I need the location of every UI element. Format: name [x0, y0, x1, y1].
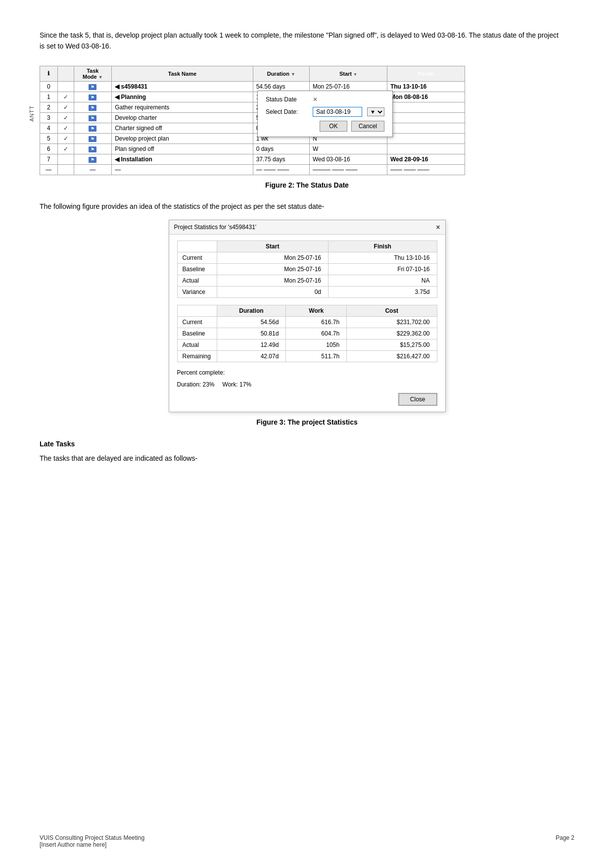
- row-id: 2: [40, 102, 58, 112]
- figure3-caption: Figure 3: The project Statistics: [40, 418, 574, 426]
- table-row: 4 ✓ ⚑ Charter signed off 0 days N Status…: [40, 123, 465, 133]
- stats-baseline-finish: Fri 07-10-16: [329, 264, 437, 275]
- date-input[interactable]: [313, 107, 362, 117]
- row-id: 7: [40, 154, 58, 164]
- mode-flag-icon: ⚑: [89, 157, 96, 163]
- dialog-buttons: OK Cancel: [266, 121, 384, 132]
- col-header-finish[interactable]: Finish: [387, 66, 465, 81]
- stats-actual-start: Mon 25-07-16: [217, 275, 329, 287]
- stats-col-header-cost: Cost: [347, 305, 437, 317]
- percent-values-row: Duration: 23% Work: 17%: [177, 381, 437, 388]
- percent-complete-label: Percent complete:: [177, 369, 225, 376]
- row-id: 1: [40, 92, 58, 102]
- col-header-info: ℹ: [40, 66, 58, 81]
- ok-button[interactable]: OK: [320, 121, 347, 132]
- close-icon[interactable]: ✕: [313, 96, 318, 103]
- stats-close-icon[interactable]: ×: [436, 223, 440, 231]
- project-statistics-dialog: Project Statistics for 's4598431' × Star…: [169, 220, 446, 412]
- late-tasks-paragraph: The tasks that are delayed are indicated…: [40, 453, 559, 464]
- stats-current-finish: Thu 13-10-16: [329, 252, 437, 264]
- dialog-select-date-row: Select Date: ▼: [266, 107, 384, 117]
- close-stats-button[interactable]: Close: [398, 393, 437, 406]
- stats-bottom-row-baseline: Baseline 50.81d 604.7h $229,362.00: [177, 328, 437, 339]
- stats-row-variance: Variance 0d 3.75d: [177, 287, 437, 298]
- stats-b-label-current: Current: [177, 317, 217, 328]
- row-check: ✓: [57, 102, 74, 112]
- table-row: 3 ✓ ⚑ Develop charter 5 hrs M: [40, 112, 465, 123]
- row-id: 0: [40, 81, 58, 92]
- row-mode: ⚑: [74, 81, 112, 92]
- stats-baseline-start: Mon 25-07-16: [217, 264, 329, 275]
- row-finish: Thu 13-10-16: [387, 81, 465, 92]
- table-row: — — — — —— —— ——— —— —— —— —— ——: [40, 164, 465, 175]
- table-row: 5 ✓ ⚑ Develop project plan 1 wk N: [40, 133, 465, 144]
- stats-b-baseline-cost: $229,362.00: [347, 328, 437, 339]
- row-duration: 37.75 days: [253, 154, 309, 164]
- stats-b-baseline-duration: 50.81d: [217, 328, 286, 339]
- date-dropdown[interactable]: ▼: [367, 107, 384, 116]
- gantt-section: ANTT ℹ TaskMode ▼ Task Name Duration ▼ S…: [40, 66, 574, 175]
- row-taskname: ◀ Installation: [112, 154, 253, 164]
- row-taskname: Plan signed off: [112, 144, 253, 154]
- stats-dialog-title: Project Statistics for 's4598431': [174, 224, 257, 231]
- col-header-start[interactable]: Start ▼: [309, 66, 387, 81]
- table-row: 1 ✓ ⚑ ◀ Planning 10 days Mon 25-07-16 Mo…: [40, 92, 465, 102]
- stats-b-actual-duration: 12.49d: [217, 339, 286, 351]
- intro-paragraph: Since the task 5, that is, develop proje…: [40, 30, 559, 52]
- stats-b-remaining-cost: $216,427.00: [347, 351, 437, 362]
- stats-top-table: Start Finish Current Mon 25-07-16 Thu 13…: [177, 241, 437, 298]
- stats-bottom-row-current: Current 54.56d 616.7h $231,702.00: [177, 317, 437, 328]
- row-finish: —— —— ——: [387, 164, 465, 175]
- row-finish: [387, 133, 465, 144]
- row-finish: Status Date ✕ Select Date: ▼ OK: [387, 123, 465, 133]
- mode-flag-icon: ⚑: [89, 84, 96, 90]
- mode-flag-icon: ⚑: [89, 126, 96, 132]
- row-duration: 0 days: [253, 144, 309, 154]
- stats-label-baseline: Baseline: [177, 264, 217, 275]
- stats-col-header-finish: Finish: [329, 241, 437, 252]
- stats-current-start: Mon 25-07-16: [217, 252, 329, 264]
- row-taskname: ◀ s4598431: [112, 81, 253, 92]
- row-check: ✓: [57, 123, 74, 133]
- stats-col-header-empty: [177, 241, 217, 252]
- row-mode: ⚑: [74, 112, 112, 123]
- stats-col-header-work: Work: [286, 305, 347, 317]
- stats-row-current: Current Mon 25-07-16 Thu 13-10-16: [177, 252, 437, 264]
- percent-complete-row: Percent complete:: [177, 369, 437, 376]
- row-mode: ⚑: [74, 144, 112, 154]
- late-tasks-heading: Late Tasks: [40, 440, 574, 448]
- row-taskname: —: [112, 164, 253, 175]
- gantt-table: ℹ TaskMode ▼ Task Name Duration ▼ Start …: [40, 66, 465, 175]
- col-header-mode[interactable]: TaskMode ▼: [74, 66, 112, 81]
- row-mode: ⚑: [74, 92, 112, 102]
- row-taskname: Develop charter: [112, 112, 253, 123]
- row-id: —: [40, 164, 58, 175]
- mode-flag-icon: ⚑: [89, 105, 96, 111]
- mode-flag-icon: ⚑: [89, 136, 96, 142]
- table-row: 2 ✓ ⚑ Gather requirements 2 wks Mon 25-0…: [40, 102, 465, 112]
- mode-flag-icon: ⚑: [89, 95, 96, 100]
- footer-company: VUIS Consulting Project Status Meeting: [40, 834, 144, 841]
- row-start: W: [309, 144, 387, 154]
- row-check: ✓: [57, 133, 74, 144]
- footer-author: [Insert Author name here]: [40, 841, 144, 848]
- row-taskname: ◀ Planning: [112, 92, 253, 102]
- cancel-button[interactable]: Cancel: [351, 121, 384, 132]
- row-mode: —: [74, 164, 112, 175]
- select-date-label: Select Date:: [266, 108, 308, 115]
- duration-percent-label: Duration: 23%: [177, 381, 215, 388]
- row-mode: ⚑: [74, 154, 112, 164]
- stats-b-current-work: 616.7h: [286, 317, 347, 328]
- stats-dialog-titlebar: Project Statistics for 's4598431' ×: [169, 220, 445, 235]
- mode-flag-icon: ⚑: [89, 146, 96, 152]
- row-id: 6: [40, 144, 58, 154]
- stats-b-label-baseline: Baseline: [177, 328, 217, 339]
- stats-row-baseline: Baseline Mon 25-07-16 Fri 07-10-16: [177, 264, 437, 275]
- row-start: ——— —— ——: [309, 164, 387, 175]
- row-finish: [387, 144, 465, 154]
- row-finish: Mon 08-08-16: [387, 92, 465, 102]
- status-date-dialog: Status Date ✕ Select Date: ▼ OK: [257, 91, 393, 137]
- row-duration: — —— ——: [253, 164, 309, 175]
- col-header-duration[interactable]: Duration ▼: [253, 66, 309, 81]
- stats-col-header-duration: Duration: [217, 305, 286, 317]
